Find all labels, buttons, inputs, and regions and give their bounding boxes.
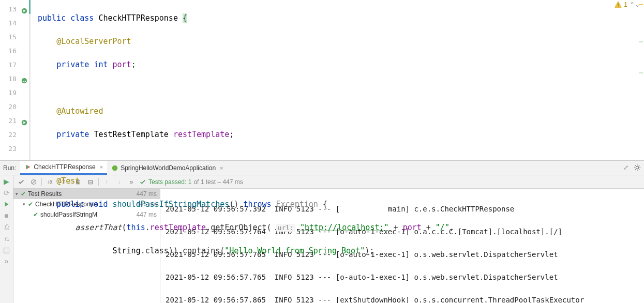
test-config-icon	[24, 163, 32, 171]
line-number: 20	[8, 103, 17, 111]
run-side-toolbar: ▶ ⟳ ■ ⎙ ⎌ ▤ »	[0, 175, 13, 303]
line-number: 18	[8, 75, 17, 83]
code-line[interactable]	[38, 81, 644, 95]
stop-action-icon[interactable]: ⟳	[3, 189, 11, 197]
svg-line-13	[635, 165, 636, 166]
run-tab-springhello[interactable]: SpringHelloWorldDemoApplication ×	[107, 161, 227, 175]
console-line: 2021-05-12 09:56:57.865 INFO 5123 --- [e…	[166, 294, 644, 303]
code-editor[interactable]: 13 14 15 16 17 18 19 20 21 22 23 public …	[0, 0, 644, 160]
code-area[interactable]: public class CheckHTTPResponse { @LocalS…	[31, 0, 644, 160]
svg-line-15	[635, 169, 636, 170]
run-label: Run:	[3, 164, 16, 172]
marker[interactable]	[639, 72, 643, 73]
pin-icon[interactable]: ⎙	[3, 223, 11, 231]
gutter: 13 14 15 16 17 18 19 20 21 22 23	[0, 0, 29, 160]
layout-icon[interactable]: ▤	[3, 246, 11, 254]
run-gutter-icon[interactable]	[21, 117, 28, 124]
run-tabs-bar: Run: CheckHTTPResponse × SpringHelloWorl…	[0, 161, 644, 175]
code-line[interactable]: public class CheckHTTPResponse {	[38, 11, 644, 25]
svg-point-7	[112, 165, 118, 171]
code-line[interactable]: @Autowired	[38, 104, 644, 118]
svg-rect-4	[618, 6, 619, 7]
inspection-warning-badge[interactable]: 1 ⌃⌄	[615, 1, 640, 8]
code-line[interactable]: private TestRestTemplate restTemplate;	[38, 128, 644, 142]
check-icon: ✔	[28, 201, 33, 208]
bean-gutter-icon[interactable]	[21, 75, 28, 82]
stop-icon[interactable]: ■	[3, 211, 11, 220]
svg-line-19	[32, 180, 36, 184]
svg-line-14	[639, 169, 639, 170]
rerun-icon[interactable]: ▶	[3, 177, 11, 186]
chevron-down-icon[interactable]: ▾	[16, 191, 21, 196]
line-number: 15	[8, 33, 17, 41]
chevron-down-icon[interactable]: ▾	[23, 202, 28, 207]
warning-marker[interactable]	[639, 4, 643, 5]
svg-marker-6	[26, 165, 29, 170]
code-line[interactable]: public void shouldPassIfStringMatches() …	[38, 198, 644, 211]
spring-icon	[111, 164, 118, 172]
svg-line-16	[639, 165, 639, 166]
svg-point-1	[22, 78, 27, 84]
line-number: 16	[8, 47, 17, 55]
svg-rect-3	[618, 3, 619, 5]
run-tab-label: CheckHTTPResponse	[34, 163, 95, 171]
rerun-failed-icon[interactable]	[3, 200, 11, 208]
code-line[interactable]: assertThat(this.restTemplate.getForObjec…	[38, 221, 644, 235]
line-number: 19	[8, 89, 17, 97]
more-icon[interactable]: »	[3, 257, 11, 265]
warning-icon	[615, 1, 622, 8]
marker[interactable]	[639, 41, 643, 42]
line-number: 17	[8, 61, 17, 69]
code-line[interactable]: @Test	[38, 174, 644, 188]
line-number: 23	[8, 145, 17, 153]
line-number: 14	[8, 19, 17, 27]
code-line[interactable]: String.class)).contains("Hello World fro…	[38, 244, 644, 258]
run-gutter-icon[interactable]	[21, 5, 28, 12]
dump-icon[interactable]: ⎌	[3, 234, 11, 243]
close-icon[interactable]: ×	[220, 165, 223, 171]
error-stripe[interactable]	[638, 0, 644, 160]
svg-point-8	[636, 166, 638, 169]
line-number: 13	[8, 5, 17, 13]
close-icon[interactable]: ×	[100, 164, 103, 170]
warning-count: 1	[624, 1, 627, 8]
expand-icon[interactable]: ⤢	[623, 164, 628, 171]
code-line[interactable]: @LocalServerPort	[38, 35, 644, 49]
check-icon: ✔	[21, 190, 26, 198]
gear-icon[interactable]	[634, 164, 641, 173]
code-line[interactable]: private int port;	[38, 58, 644, 72]
line-number: 22	[8, 131, 17, 139]
run-tab-checkhttpresponse[interactable]: CheckHTTPResponse ×	[20, 161, 107, 175]
line-number: 21	[8, 117, 17, 125]
svg-marker-17	[5, 202, 8, 207]
show-ignored-icon[interactable]	[29, 177, 38, 187]
show-passed-icon[interactable]	[17, 177, 26, 187]
run-tab-label: SpringHelloWorldDemoApplication	[121, 164, 216, 172]
